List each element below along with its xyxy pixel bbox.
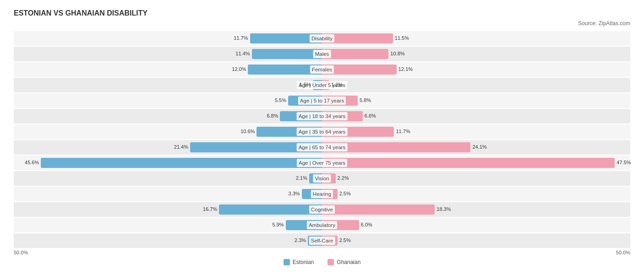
- table-row: Age | Over 75 years45.6%47.5%: [14, 156, 630, 170]
- pink-bar: [322, 205, 435, 215]
- pink-bar: [322, 158, 615, 168]
- right-value-label: 2.5%: [339, 237, 351, 243]
- axis-right: 50.0%: [616, 250, 630, 255]
- table-row: Age | 65 to 74 years21.4%24.1%: [14, 140, 630, 155]
- right-value-label: 47.5%: [617, 160, 631, 165]
- legend-estonian-label: Estonian: [293, 259, 314, 265]
- bar-label: Age | 65 to 74 years: [297, 143, 348, 151]
- right-value-label: 2.2%: [338, 175, 349, 181]
- bar-label: Females: [310, 65, 334, 74]
- table-row: Females12.0%12.1%: [14, 62, 630, 77]
- right-value-label: 10.8%: [390, 51, 404, 56]
- bar-label: Disability: [310, 34, 334, 43]
- bar-label: Cognitive: [309, 205, 335, 214]
- left-value-label: 45.6%: [25, 160, 39, 165]
- axis-left: 50.0%: [14, 250, 28, 255]
- left-value-label: 6.8%: [267, 113, 278, 118]
- left-value-label: 11.4%: [235, 51, 250, 56]
- right-value-label: 24.1%: [472, 144, 486, 150]
- blue-bar: [41, 158, 322, 168]
- left-value-label: 2.1%: [296, 175, 307, 181]
- source-label: Source: ZipAtlas.com: [14, 20, 630, 27]
- bar-label: Ambulatory: [307, 221, 337, 229]
- legend-estonian: Estonian: [284, 259, 314, 265]
- left-value-label: 5.9%: [273, 222, 284, 227]
- right-value-label: 12.1%: [398, 66, 413, 72]
- left-value-label: 3.3%: [289, 191, 300, 196]
- bar-label: Vision: [313, 174, 331, 183]
- right-value-label: 5.8%: [360, 97, 371, 103]
- left-value-label: 5.5%: [275, 97, 286, 103]
- bar-label: Age | Over 75 years: [297, 159, 347, 167]
- table-row: Cognitive16.7%18.3%: [14, 202, 630, 217]
- right-value-label: 6.0%: [361, 222, 372, 227]
- left-value-label: 11.7%: [234, 35, 248, 41]
- bar-label: Hearing: [311, 190, 333, 198]
- table-row: Ambulatory5.9%6.0%: [14, 218, 630, 232]
- bar-label: Males: [313, 50, 331, 58]
- chart-legend: Estonian Ghanaian: [14, 259, 630, 265]
- table-row: Hearing3.3%2.5%: [14, 187, 630, 201]
- legend-ghanaian: Ghanaian: [327, 259, 360, 265]
- right-value-label: 6.6%: [365, 113, 376, 118]
- right-value-label: 11.7%: [396, 129, 410, 134]
- table-row: Age | 18 to 34 years6.8%6.6%: [14, 109, 630, 124]
- left-value-label: 10.6%: [240, 129, 255, 134]
- chart-container: Disability11.7%11.5%Males11.4%10.8%Femal…: [14, 31, 630, 255]
- axis-labels: 50.0% 50.0%: [14, 250, 630, 255]
- legend-ghanaian-label: Ghanaian: [337, 259, 360, 265]
- right-value-label: 1.2%: [331, 82, 343, 87]
- bar-label: Age | 18 to 34 years: [297, 112, 348, 120]
- right-value-label: 18.3%: [437, 206, 451, 212]
- table-row: Disability11.7%11.5%: [14, 31, 630, 46]
- table-row: Self-Care2.3%2.5%: [14, 233, 630, 248]
- table-row: Vision2.1%2.2%: [14, 171, 630, 186]
- table-row: Age | Under 5 years1.5%1.2%: [14, 78, 630, 92]
- blue-bar: [252, 49, 322, 59]
- left-value-label: 16.7%: [203, 206, 217, 212]
- bar-label: Self-Care: [309, 237, 335, 245]
- bar-label: Age | 35 to 64 years: [297, 128, 348, 136]
- pink-bar: [322, 49, 388, 59]
- legend-blue-box: [284, 259, 290, 265]
- blue-bar: [219, 205, 322, 215]
- bar-label: Age | 5 to 17 years: [298, 97, 346, 105]
- page-title: ESTONIAN VS GHANAIAN DISABILITY: [14, 9, 630, 17]
- legend-pink-box: [327, 259, 334, 265]
- right-value-label: 11.5%: [395, 35, 409, 41]
- right-value-label: 2.5%: [339, 191, 351, 196]
- left-value-label: 21.4%: [174, 144, 188, 150]
- left-value-label: 2.3%: [295, 237, 306, 243]
- left-value-label: 1.5%: [300, 82, 311, 87]
- table-row: Males11.4%10.8%: [14, 47, 630, 61]
- table-row: Age | 35 to 64 years10.6%11.7%: [14, 124, 630, 139]
- table-row: Age | 5 to 17 years5.5%5.8%: [14, 93, 630, 108]
- left-value-label: 12.0%: [232, 66, 246, 72]
